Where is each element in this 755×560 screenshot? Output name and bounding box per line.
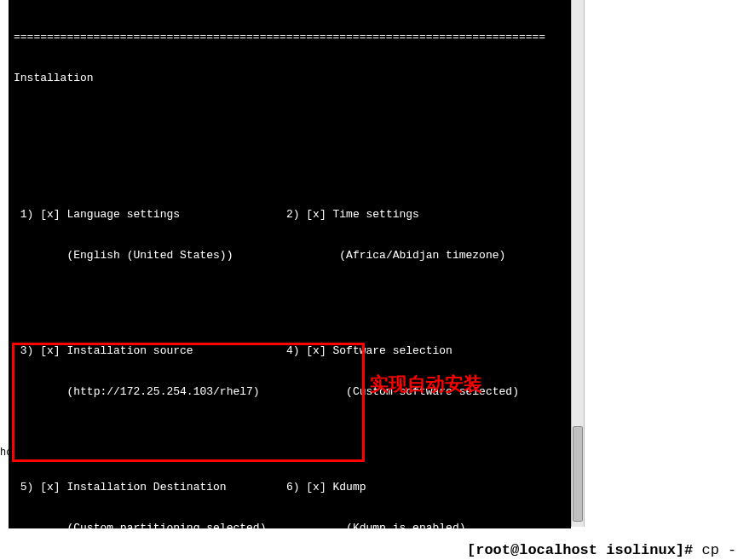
separator-top: ========================================… [14, 31, 566, 44]
prompt-prefix: [root@localhost isolinux]# [467, 542, 701, 558]
section-title: Installation [14, 72, 566, 85]
cropped-text-ho: ho [0, 447, 12, 459]
terminal-scrollbar[interactable] [571, 0, 585, 527]
annotation-text: 实现自动安装 [370, 372, 482, 397]
host-terminal-prompt[interactable]: [root@localhost isolinux]# cp - [467, 542, 736, 558]
prompt-command: cp - [701, 542, 736, 558]
terminal-window[interactable]: ========================================… [9, 0, 571, 528]
blank [14, 113, 566, 126]
spoke-row-1: 1) [x] Language settings 2) [x] Time set… [14, 181, 566, 290]
spoke-row-2: 3) [x] Installation source 4) [x] Softwa… [14, 317, 566, 426]
scrollbar-thumb[interactable] [573, 426, 583, 522]
